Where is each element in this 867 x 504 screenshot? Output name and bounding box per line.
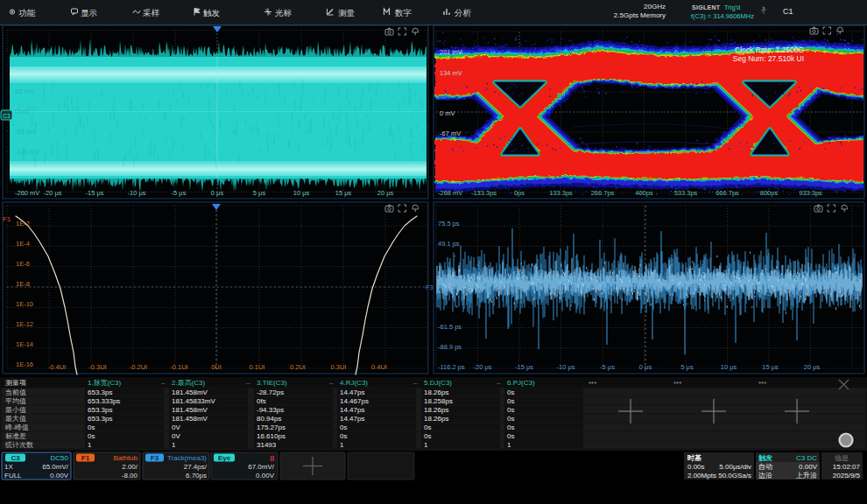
svg-text:当前值: 当前值 [5, 388, 26, 396]
svg-text:0UI: 0UI [211, 363, 222, 371]
svg-text:201 mV: 201 mV [440, 48, 462, 56]
svg-text:数字: 数字 [395, 8, 412, 18]
svg-text:1: 1 [507, 441, 511, 449]
svg-text:1: 1 [340, 441, 344, 449]
svg-text:1E-14: 1E-14 [16, 340, 33, 348]
svg-text:653.3ps: 653.3ps [88, 406, 112, 414]
svg-text:2025/9/5: 2025/9/5 [833, 472, 861, 480]
svg-text:统计次数: 统计次数 [5, 441, 33, 449]
svg-text:FULL: FULL [4, 472, 22, 480]
svg-text:边沿: 边沿 [758, 472, 772, 480]
svg-text:-5 μs: -5 μs [172, 189, 187, 197]
svg-text:1E-12: 1E-12 [16, 320, 33, 328]
svg-text:49.1 ps: 49.1 ps [438, 240, 460, 248]
svg-text:时基: 时基 [687, 454, 701, 462]
svg-text:0s: 0s [507, 415, 514, 423]
svg-text:1X: 1X [4, 463, 13, 471]
svg-text:0.1UI: 0.1UI [250, 363, 265, 371]
svg-text:0s: 0s [507, 424, 514, 431]
svg-text:20 μs: 20 μs [377, 189, 394, 197]
svg-text:14.47ps: 14.47ps [340, 415, 364, 423]
svg-text:175.27ps: 175.27ps [257, 424, 285, 431]
svg-text:800ps: 800ps [760, 189, 779, 197]
svg-text:0s: 0s [507, 388, 514, 396]
svg-text:–: – [246, 379, 250, 387]
svg-text:181.458mV: 181.458mV [172, 406, 208, 414]
svg-text:666.7ps: 666.7ps [715, 189, 739, 197]
svg-text:–: – [161, 379, 166, 387]
svg-text:-61.5 ps: -61.5 ps [438, 323, 462, 331]
svg-text:6.70ps: 6.70ps [186, 472, 207, 480]
svg-text:***: *** [673, 380, 681, 388]
svg-text:最大值: 最大值 [5, 415, 26, 423]
svg-text:0.00V: 0.00V [799, 463, 818, 471]
svg-text:653.3ps: 653.3ps [88, 415, 112, 423]
svg-text:最小值: 最小值 [5, 406, 26, 414]
svg-text:15:02:07: 15:02:07 [833, 463, 861, 471]
svg-text:–: – [497, 379, 501, 387]
svg-text:0s: 0s [424, 424, 431, 431]
svg-text:14.47ps: 14.47ps [340, 406, 364, 414]
svg-text:-20 μs: -20 μs [474, 363, 492, 371]
svg-text:-88.9 ps: -88.9 ps [438, 343, 462, 351]
svg-text:65 mV: 65 mV [15, 88, 34, 95]
svg-text:显示: 显示 [81, 8, 97, 18]
svg-text:0.00V: 0.00V [256, 472, 275, 480]
svg-text:15 μs: 15 μs [335, 189, 352, 197]
svg-text:标准差: 标准差 [5, 432, 26, 440]
svg-text:5.00μs/div: 5.00μs/div [719, 463, 751, 471]
svg-text:14.467ps: 14.467ps [340, 397, 369, 405]
svg-text:0.00V: 0.00V [50, 472, 69, 480]
svg-text:133.3ps: 133.3ps [549, 189, 573, 197]
svg-text:1E-16: 1E-16 [16, 360, 33, 368]
svg-text:自动: 自动 [758, 463, 772, 471]
svg-text:1.脉宽(C3): 1.脉宽(C3) [88, 379, 122, 387]
svg-text:-10 μs: -10 μs [128, 189, 146, 197]
svg-text:0fs: 0fs [257, 397, 266, 405]
svg-text:1: 1 [424, 441, 428, 449]
svg-text:-0.4UI: -0.4UI [48, 363, 66, 371]
svg-text:1: 1 [88, 441, 92, 449]
svg-text:18.258ps: 18.258ps [424, 397, 453, 405]
svg-text:0s: 0s [507, 397, 514, 405]
svg-text:27.4ps/: 27.4ps/ [184, 463, 208, 471]
svg-text:平均值: 平均值 [5, 397, 26, 405]
svg-text:67.0mV/: 67.0mV/ [248, 463, 275, 471]
svg-text:-8.00: -8.00 [122, 472, 138, 480]
svg-text:采样: 采样 [143, 8, 160, 18]
svg-text:0 μs: 0 μs [639, 363, 652, 371]
svg-text:1E-8: 1E-8 [16, 280, 30, 288]
svg-text:1E-6: 1E-6 [16, 260, 30, 268]
svg-text:0s: 0s [507, 432, 514, 440]
svg-text:C3 DC: C3 DC [796, 454, 817, 462]
svg-text:F1: F1 [81, 454, 90, 462]
svg-text:信息: 信息 [835, 454, 849, 462]
svg-text:-268 mV: -268 mV [438, 189, 462, 197]
svg-text:-65 mV: -65 mV [15, 128, 36, 136]
svg-text:181.458mV: 181.458mV [172, 388, 208, 396]
svg-text:0s: 0s [424, 432, 431, 440]
svg-text:181.458mV: 181.458mV [172, 415, 208, 423]
svg-text:400ps: 400ps [635, 189, 653, 197]
svg-text:14.47ps: 14.47ps [340, 388, 364, 396]
svg-text:5 μs: 5 μs [680, 363, 694, 371]
svg-text:f(C3) = 314.9606MHz: f(C3) = 314.9606MHz [691, 12, 754, 20]
svg-text:Bathtub: Bathtub [113, 454, 137, 462]
svg-text:2.00/: 2.00/ [122, 463, 138, 471]
svg-text:1E-10: 1E-10 [16, 300, 33, 308]
svg-text:分析: 分析 [454, 8, 472, 18]
svg-text:F3: F3 [151, 454, 159, 462]
svg-text:2.5Gpts Memory: 2.5Gpts Memory [614, 11, 666, 19]
svg-text:0.3UI: 0.3UI [331, 363, 347, 371]
svg-text:SIGLENT: SIGLENT [692, 4, 721, 10]
svg-text:-116.2 ps: -116.2 ps [438, 363, 465, 371]
svg-text:Eye: Eye [218, 454, 231, 462]
svg-text:-15 μs: -15 μs [515, 363, 533, 371]
svg-text:1E-2: 1E-2 [16, 220, 30, 228]
svg-text:3.TIE(C3): 3.TIE(C3) [257, 379, 287, 387]
svg-text:533.3ps: 533.3ps [674, 189, 698, 197]
svg-text:20 μs: 20 μs [804, 363, 821, 371]
svg-text:16.610ps: 16.610ps [257, 432, 285, 440]
svg-text:***: *** [758, 380, 766, 388]
svg-text:0s: 0s [88, 432, 95, 440]
